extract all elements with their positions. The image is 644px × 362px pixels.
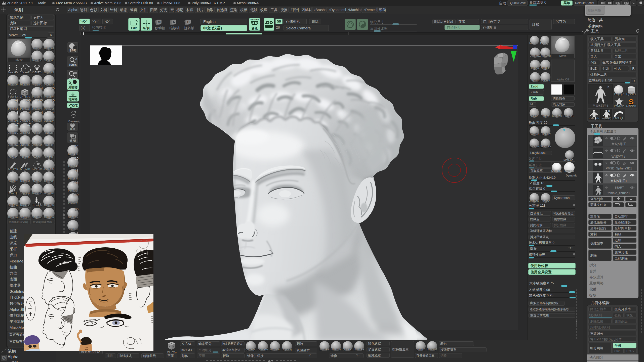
svg-text:M: M	[158, 20, 161, 24]
svg-text:移动轴: 移动轴	[155, 26, 165, 30]
svg-text:Edit: Edit	[131, 26, 137, 30]
svg-text:XYZ: XYZ	[72, 104, 77, 107]
svg-text:地网格: 地网格	[68, 98, 77, 101]
svg-text:100%: 100%	[69, 63, 77, 67]
svg-text:Y: Y	[75, 110, 76, 113]
svg-text:缩放轴: 缩放轴	[170, 26, 180, 30]
svg-text:透视: 透视	[251, 27, 258, 30]
svg-text:A: A	[3, 356, 5, 359]
svg-text:1: 1	[600, 192, 601, 195]
svg-text:Dynamic: Dynamic	[250, 18, 259, 21]
svg-text:绘 制: 绘 制	[142, 26, 149, 30]
svg-text:S: S	[173, 20, 175, 24]
svg-text:BPR: BPR	[69, 49, 76, 52]
svg-text:透 明: 透 明	[69, 139, 76, 142]
svg-text:旋转轴: 旋转轴	[184, 26, 194, 30]
svg-text:START: START	[615, 186, 624, 189]
svg-text:x1: x1	[75, 58, 77, 60]
svg-text:局部转: 局部转	[68, 86, 78, 89]
svg-text:R: R	[187, 20, 190, 24]
svg-text:孤立: 孤立	[70, 127, 75, 130]
